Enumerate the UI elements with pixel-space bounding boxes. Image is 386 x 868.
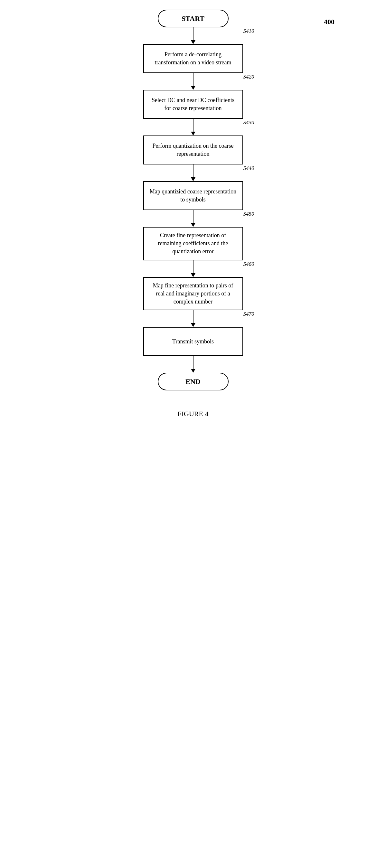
arrowhead xyxy=(191,273,196,277)
step-label-s460: S460 xyxy=(243,261,254,268)
start-label: START xyxy=(182,14,204,23)
step-label-s440: S440 xyxy=(243,165,254,172)
arrow-s420-s430: S430 xyxy=(125,119,261,135)
arrowhead xyxy=(191,223,196,227)
s440-node: Map quantizied coarse representation to … xyxy=(143,181,243,210)
s440-text: Map quantizied coarse representation to … xyxy=(149,188,237,204)
s450-node: Create fine representation of remaining … xyxy=(143,227,243,260)
arrowhead xyxy=(191,86,196,90)
arrow-s450-s460: S460 xyxy=(125,260,261,277)
arrow-start-s410: S410 xyxy=(125,27,261,44)
s410-node: Perform a de-correlating transformation … xyxy=(143,44,243,73)
diagram-number: 400 xyxy=(324,18,334,26)
arrow-s460-s470: S470 xyxy=(125,310,261,327)
arrowhead xyxy=(191,323,196,327)
s420-node: Select DC and near DC coefficients for c… xyxy=(143,90,243,119)
arrow-segment xyxy=(191,210,196,227)
s460-node: Map fine representation to pairs of real… xyxy=(143,277,243,311)
s430-text: Perform quantization on the coarse repre… xyxy=(149,142,237,158)
s420-text: Select DC and near DC coefficients for c… xyxy=(149,96,237,112)
v-line xyxy=(193,27,194,40)
flowchart: START S410 Perform a de-correlating tran… xyxy=(125,10,261,418)
step-label-s450: S450 xyxy=(243,211,254,217)
s470-text: Transmit symbols xyxy=(172,338,214,346)
arrow-s430-s440: S440 xyxy=(125,164,261,181)
arrow-s410-s420: S420 xyxy=(125,73,261,90)
end-node: END xyxy=(158,373,229,391)
arrowhead xyxy=(191,132,196,135)
s460-text: Map fine representation to pairs of real… xyxy=(149,282,237,306)
arrow-segment xyxy=(191,27,196,44)
end-label: END xyxy=(185,377,200,386)
arrowhead xyxy=(191,177,196,181)
v-line xyxy=(193,73,194,86)
v-line xyxy=(193,310,194,323)
diagram-container: 400 START S410 Perform a de-correlating … xyxy=(0,0,386,868)
start-node: START xyxy=(158,10,229,27)
arrow-segment xyxy=(191,356,196,373)
step-label-s410: S410 xyxy=(243,28,254,34)
arrow-segment xyxy=(191,164,196,181)
arrow-s440-s450: S450 xyxy=(125,210,261,227)
arrowhead xyxy=(191,369,196,373)
v-line xyxy=(193,356,194,369)
arrow-segment xyxy=(191,119,196,135)
arrow-segment xyxy=(191,260,196,277)
step-label-s430: S430 xyxy=(243,119,254,126)
v-line xyxy=(193,119,194,132)
s450-text: Create fine representation of remaining … xyxy=(149,231,237,256)
v-line xyxy=(193,164,194,177)
s410-text: Perform a de-correlating transformation … xyxy=(149,51,237,67)
arrowhead xyxy=(191,40,196,44)
figure-label: FIGURE 4 xyxy=(178,410,209,418)
arrow-segment xyxy=(191,310,196,327)
arrow-s470-end xyxy=(125,356,261,373)
s430-node: Perform quantization on the coarse repre… xyxy=(143,135,243,164)
arrow-segment xyxy=(191,73,196,90)
s470-node: Transmit symbols xyxy=(143,327,243,356)
step-label-s420: S420 xyxy=(243,74,254,80)
v-line xyxy=(193,260,194,273)
v-line xyxy=(193,210,194,223)
step-label-s470: S470 xyxy=(243,311,254,317)
